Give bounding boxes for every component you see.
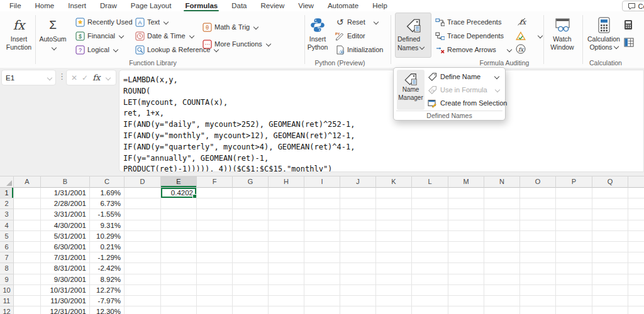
cell-L3[interactable] — [412, 209, 448, 220]
cell-O9[interactable] — [520, 274, 556, 285]
cell-D5[interactable] — [125, 231, 161, 242]
evaluate-formula-button[interactable]: fx — [516, 44, 526, 54]
cell-G5[interactable] — [233, 231, 269, 242]
cell-E2[interactable] — [161, 198, 197, 209]
cell-I3[interactable] — [304, 209, 340, 220]
cell-A7[interactable] — [14, 252, 41, 263]
math-trig-button[interactable]: θ Math & Trig — [203, 22, 258, 32]
menu-item-create-from-selection[interactable]: Create from Selection — [428, 97, 507, 109]
row-header-5[interactable]: 5 — [0, 231, 14, 242]
cell-C6[interactable]: 0.21% — [90, 242, 125, 252]
cell-G11[interactable] — [233, 296, 269, 306]
cell-K9[interactable] — [376, 274, 412, 285]
cell-G12[interactable] — [233, 306, 269, 314]
column-header-H[interactable]: H — [269, 176, 304, 188]
cell-J4[interactable] — [340, 220, 376, 231]
insert-function-button[interactable]: fx Insert Function — [3, 13, 35, 58]
cell-P7[interactable] — [556, 252, 592, 263]
cancel-icon[interactable]: ✕ — [71, 74, 77, 82]
cell-N4[interactable] — [484, 220, 520, 231]
row-header-8[interactable]: 8 — [0, 263, 14, 274]
name-box[interactable]: E1 — [1, 70, 56, 85]
cell-H4[interactable] — [269, 220, 304, 231]
cell-F12[interactable] — [197, 306, 233, 314]
fill-handle[interactable] — [192, 194, 197, 198]
column-header-C[interactable]: C — [90, 176, 125, 188]
cell-x10[interactable] — [628, 285, 644, 296]
cell-G4[interactable] — [233, 220, 269, 231]
cell-Q8[interactable] — [592, 263, 628, 274]
cell-F10[interactable] — [197, 285, 233, 296]
show-formulas-button[interactable]: fx — [516, 16, 527, 26]
cell-Q1[interactable] — [592, 188, 628, 198]
cell-x6[interactable] — [628, 242, 644, 252]
cell-M9[interactable] — [448, 274, 484, 285]
cell-H3[interactable] — [269, 209, 304, 220]
cell-O12[interactable] — [520, 306, 556, 314]
cell-O2[interactable] — [520, 198, 556, 209]
cell-F11[interactable] — [197, 296, 233, 306]
cell-J2[interactable] — [340, 198, 376, 209]
cell-Q10[interactable] — [592, 285, 628, 296]
cell-L7[interactable] — [412, 252, 448, 263]
cell-x2[interactable] — [628, 198, 644, 209]
cell-C10[interactable]: 12.27% — [90, 285, 125, 296]
cell-Q5[interactable] — [592, 231, 628, 242]
cell-N6[interactable] — [484, 242, 520, 252]
cell-Q6[interactable] — [592, 242, 628, 252]
cell-I2[interactable] — [304, 198, 340, 209]
cell-C4[interactable]: 9.31% — [90, 220, 125, 231]
cell-A6[interactable] — [14, 242, 41, 252]
cell-x8[interactable] — [628, 263, 644, 274]
cell-N10[interactable] — [484, 285, 520, 296]
cell-A2[interactable] — [14, 198, 41, 209]
cell-F8[interactable] — [197, 263, 233, 274]
calculate-now-button[interactable] — [624, 19, 633, 30]
cell-M7[interactable] — [448, 252, 484, 263]
cell-K1[interactable] — [376, 188, 412, 198]
cell-M3[interactable] — [448, 209, 484, 220]
cell-B1[interactable]: 1/31/2001 — [41, 188, 90, 198]
cell-I5[interactable] — [304, 231, 340, 242]
error-checking-button[interactable] — [516, 31, 542, 41]
enter-icon[interactable]: ✓ — [82, 74, 88, 82]
cell-E5[interactable] — [161, 231, 197, 242]
cell-H9[interactable] — [269, 274, 304, 285]
cell-A12[interactable] — [14, 306, 41, 314]
cell-D3[interactable] — [125, 209, 161, 220]
column-header-J[interactable]: J — [340, 176, 376, 188]
row-header-12[interactable]: 12 — [0, 306, 14, 314]
cell-E6[interactable] — [161, 242, 197, 252]
tab-formulas[interactable]: Formulas — [178, 0, 225, 11]
cell-G3[interactable] — [233, 209, 269, 220]
row-header-3[interactable]: 3 — [0, 209, 14, 220]
cell-x11[interactable] — [628, 296, 644, 306]
cell-L5[interactable] — [412, 231, 448, 242]
cell-Q11[interactable] — [592, 296, 628, 306]
cell-Q7[interactable] — [592, 252, 628, 263]
cell-O7[interactable] — [520, 252, 556, 263]
row-header-6[interactable]: 6 — [0, 242, 14, 252]
cell-H5[interactable] — [269, 231, 304, 242]
cell-N11[interactable] — [484, 296, 520, 306]
column-header-E[interactable]: E — [161, 176, 197, 188]
cell-G2[interactable] — [233, 198, 269, 209]
cell-Q4[interactable] — [592, 220, 628, 231]
column-header-K[interactable]: K — [376, 176, 412, 188]
cell-J9[interactable] — [340, 274, 376, 285]
menu-item-define-name[interactable]: Define Name — [428, 71, 499, 82]
column-header-B[interactable]: B — [41, 176, 90, 188]
cell-x12[interactable] — [628, 306, 644, 314]
cell-A5[interactable] — [14, 231, 41, 242]
remove-arrows-button[interactable]: Remove Arrows — [435, 45, 511, 55]
text-button[interactable]: A Text — [135, 17, 168, 27]
cell-B11[interactable]: 11/30/2001 — [41, 296, 90, 306]
cell-L11[interactable] — [412, 296, 448, 306]
cell-H6[interactable] — [269, 242, 304, 252]
column-header-G[interactable]: G — [233, 176, 269, 188]
cell-Q2[interactable] — [592, 198, 628, 209]
cell-J11[interactable] — [340, 296, 376, 306]
cell-L8[interactable] — [412, 263, 448, 274]
cell-E10[interactable] — [161, 285, 197, 296]
cell-P9[interactable] — [556, 274, 592, 285]
